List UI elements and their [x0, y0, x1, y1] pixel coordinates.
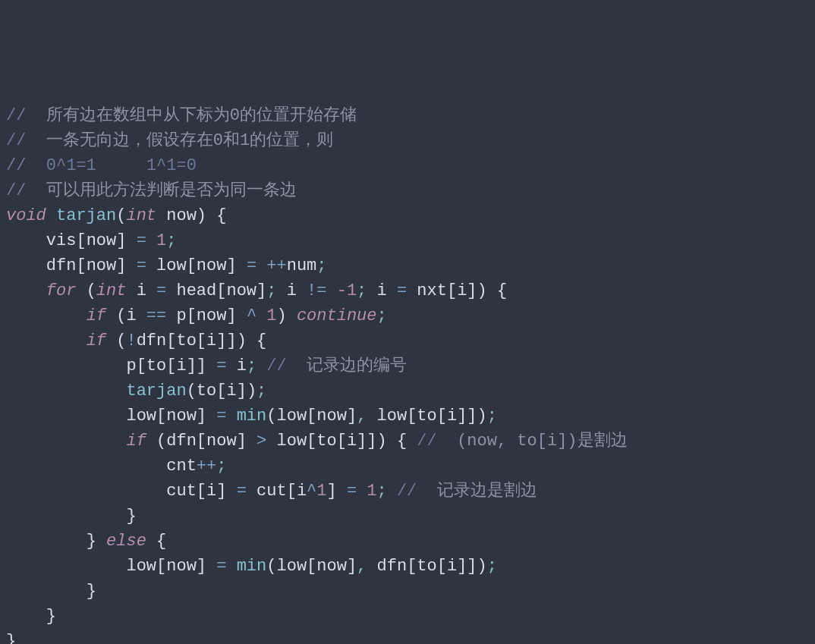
- code-line: p[to[i]] = i; // 记录边的编号: [6, 353, 809, 379]
- code-line: low[now] = min(low[now], low[to[i]]);: [6, 404, 809, 429]
- code-line: dfn[now] = low[now] = ++num;: [6, 253, 809, 278]
- code-line: // 一条无向边，假设存在0和1的位置，则: [6, 128, 809, 153]
- code-line: }: [6, 579, 809, 604]
- code-line: if (!dfn[to[i]]) {: [6, 328, 809, 353]
- code-line: if (dfn[now] > low[to[i]]) { // (now, to…: [6, 429, 809, 454]
- code-line: cnt++;: [6, 454, 809, 479]
- code-line: vis[now] = 1;: [6, 228, 809, 253]
- code-line: }: [6, 604, 809, 629]
- code-editor[interactable]: // 所有边在数组中从下标为0的位置开始存储// 一条无向边，假设存在0和1的位…: [6, 103, 809, 644]
- code-line: }: [6, 629, 809, 644]
- code-line: if (i == p[now] ^ 1) continue;: [6, 303, 809, 328]
- code-line: // 0^1=1 1^1=0: [6, 153, 809, 178]
- code-line: }: [6, 504, 809, 529]
- code-line: tarjan(to[i]);: [6, 379, 809, 404]
- code-line: // 可以用此方法判断是否为同一条边: [6, 178, 809, 203]
- code-line: for (int i = head[now]; i != -1; i = nxt…: [6, 278, 809, 303]
- code-line: void tarjan(int now) {: [6, 203, 809, 228]
- code-line: cut[i] = cut[i^1] = 1; // 记录边是割边: [6, 479, 809, 504]
- code-line: low[now] = min(low[now], dfn[to[i]]);: [6, 554, 809, 579]
- code-line: } else {: [6, 529, 809, 554]
- code-line: // 所有边在数组中从下标为0的位置开始存储: [6, 103, 809, 128]
